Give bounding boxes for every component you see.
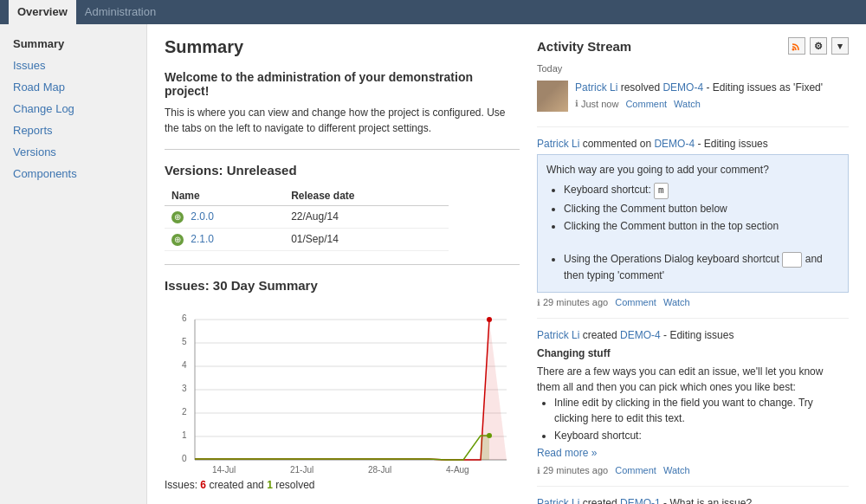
- activity-user-link-2[interactable]: Patrick Li: [537, 138, 579, 150]
- top-navigation: Overview Administration: [0, 0, 866, 24]
- avatar-1: [537, 81, 568, 112]
- divider-2: [165, 264, 520, 265]
- svg-text:28-Jul: 28-Jul: [368, 465, 391, 475]
- sidebar: Summary Issues Road Map Change Log Repor…: [0, 24, 147, 504]
- sidebar-item-changelog[interactable]: Change Log: [0, 98, 146, 120]
- svg-text:6: 6: [182, 313, 187, 323]
- activity-time-3: ℹ 29 minutes ago: [537, 465, 608, 475]
- activity-stream: Activity Stream ⚙ ▾: [537, 37, 849, 504]
- body-item-3-1: Inline edit by clicking in the field you…: [554, 395, 849, 426]
- versions-title: Versions: Unreleased: [165, 163, 520, 178]
- svg-text:5: 5: [182, 337, 187, 346]
- watch-link-2[interactable]: Watch: [663, 297, 690, 307]
- main-layout: Summary Issues Road Map Change Log Repor…: [0, 24, 866, 504]
- activity-title-bar: Activity Stream ⚙ ▾: [537, 37, 849, 55]
- page-title: Summary: [165, 37, 520, 57]
- issues-resolved-label: resolved: [275, 479, 314, 491]
- comment-link-2[interactable]: Comment: [615, 297, 656, 307]
- nav-overview[interactable]: Overview: [9, 0, 76, 24]
- svg-text:4-Aug: 4-Aug: [446, 465, 469, 475]
- body-item-3-2: Keyboard shortcut:: [554, 428, 849, 443]
- issues-resolved-count: 1: [267, 479, 273, 491]
- version-name-1: ⊕ 2.0.0: [165, 206, 284, 229]
- issues-created-label: created and: [209, 479, 263, 491]
- comment-link-3[interactable]: Comment: [615, 465, 656, 475]
- settings-icon-button[interactable]: ⚙: [810, 37, 827, 55]
- nav-administration[interactable]: Administration: [76, 0, 165, 24]
- activity-header-3: Patrick Li created DEMO-4 - Editing issu…: [537, 329, 849, 341]
- activity-body-list-3: Inline edit by clicking in the field you…: [537, 395, 849, 443]
- activity-header-1: Patrick Li resolved DEMO-4 - Editing iss…: [537, 81, 849, 112]
- today-label: Today: [537, 63, 849, 74]
- comment-item-3: Clicking the Comment button in the top s…: [564, 218, 839, 234]
- versions-col-name: Name: [165, 186, 284, 206]
- version-date-1: 22/Aug/14: [284, 206, 449, 229]
- activity-body-3: Changing stuff There are a few ways you …: [537, 346, 849, 461]
- activity-time-2: ℹ 29 minutes ago: [537, 297, 608, 307]
- issues-chart: 0 1 2 3 4 5 6: [165, 301, 520, 475]
- keyboard-shortcut-m: m: [654, 183, 669, 199]
- activity-body-text-3: There are a few ways you can edit an iss…: [537, 364, 849, 395]
- activity-user-link-3[interactable]: Patrick Li: [537, 329, 579, 341]
- welcome-heading: Welcome to the administration of your de…: [165, 70, 520, 98]
- comment-item-2: Clicking the Comment button below: [564, 201, 839, 216]
- sidebar-link-reports: Reports: [13, 124, 53, 137]
- activity-issue-link-2[interactable]: DEMO-4: [654, 138, 695, 150]
- activity-item-2: Patrick Li commented on DEMO-4 - Editing…: [537, 138, 849, 319]
- activity-issue-link-1[interactable]: DEMO-4: [662, 81, 703, 94]
- activity-time-1: ℹ Just now: [575, 99, 618, 109]
- version-date-2: 01/Sep/14: [284, 228, 449, 250]
- issues-summary: Issues: 6 created and 1 resolved: [165, 479, 520, 491]
- version-link-1[interactable]: 2.0.0: [191, 210, 214, 223]
- sidebar-link-components: Components: [13, 167, 77, 180]
- svg-text:3: 3: [182, 384, 187, 393]
- activity-issue-link-4[interactable]: DEMO-1: [620, 497, 661, 504]
- content-area: Summary Welcome to the administration of…: [147, 24, 866, 504]
- sidebar-item-issues[interactable]: Issues: [0, 55, 146, 76]
- chevron-down-button[interactable]: ▾: [831, 37, 849, 55]
- sidebar-item-summary[interactable]: Summary: [0, 33, 146, 55]
- version-icon-1: ⊕: [171, 211, 184, 223]
- svg-text:2: 2: [182, 407, 187, 417]
- sidebar-link-issues: Issues: [13, 59, 46, 72]
- read-more-link-3[interactable]: Read more »: [537, 447, 597, 459]
- chart-container: 0 1 2 3 4 5 6: [165, 301, 520, 475]
- activity-user-link-4[interactable]: Patrick Li: [537, 497, 579, 504]
- activity-text-1: Patrick Li resolved DEMO-4 - Editing iss…: [575, 81, 823, 95]
- welcome-box: Welcome to the administration of your de…: [165, 70, 520, 136]
- clock-icon-1: ℹ: [575, 99, 578, 108]
- versions-table: Name Release date ⊕ 2.0.0 22/Aug/14: [165, 186, 449, 251]
- watch-link-1[interactable]: Watch: [674, 99, 701, 109]
- rss-icon: [792, 41, 802, 51]
- sidebar-label-summary: Summary: [13, 37, 64, 50]
- sidebar-item-reports[interactable]: Reports: [0, 120, 146, 141]
- activity-icon-group: ⚙ ▾: [788, 37, 849, 55]
- comment-list: Keyboard shortcut: m Clicking the Commen…: [546, 182, 839, 234]
- activity-item-3: Patrick Li created DEMO-4 - Editing issu…: [537, 329, 849, 487]
- rss-icon-button[interactable]: [788, 37, 805, 55]
- svg-text:0: 0: [182, 454, 187, 463]
- divider-1: [165, 149, 520, 150]
- activity-issue-link-3[interactable]: DEMO-4: [620, 329, 661, 341]
- version-name-2: ⊕ 2.1.0: [165, 228, 284, 250]
- sidebar-link-roadmap: Road Map: [13, 81, 65, 94]
- welcome-body: This is where you can view and change ho…: [165, 105, 520, 136]
- sidebar-link-changelog: Change Log: [13, 102, 74, 115]
- clock-icon-2: ℹ: [537, 298, 540, 307]
- comment-item-4: Using the Operations Dialog keyboard sho…: [564, 251, 839, 284]
- comment-link-1[interactable]: Comment: [625, 99, 667, 109]
- activity-actions-3: ℹ 29 minutes ago Comment Watch: [537, 465, 849, 475]
- sidebar-link-versions: Versions: [13, 145, 56, 158]
- activity-user-link-1[interactable]: Patrick Li: [575, 81, 617, 94]
- sidebar-item-components[interactable]: Components: [0, 163, 146, 184]
- svg-point-23: [487, 433, 492, 438]
- activity-content-1: Patrick Li resolved DEMO-4 - Editing iss…: [575, 81, 823, 112]
- watch-link-3[interactable]: Watch: [663, 465, 690, 475]
- comment-list-2: Using the Operations Dialog keyboard sho…: [546, 251, 839, 284]
- svg-text:14-Jul: 14-Jul: [212, 465, 236, 475]
- sidebar-item-roadmap[interactable]: Road Map: [0, 76, 146, 98]
- sidebar-item-versions[interactable]: Versions: [0, 141, 146, 163]
- activity-actions-2: ℹ 29 minutes ago Comment Watch: [537, 297, 849, 307]
- version-link-2[interactable]: 2.1.0: [191, 233, 214, 245]
- activity-header-4: Patrick Li created DEMO-1 - What is an i…: [537, 497, 849, 504]
